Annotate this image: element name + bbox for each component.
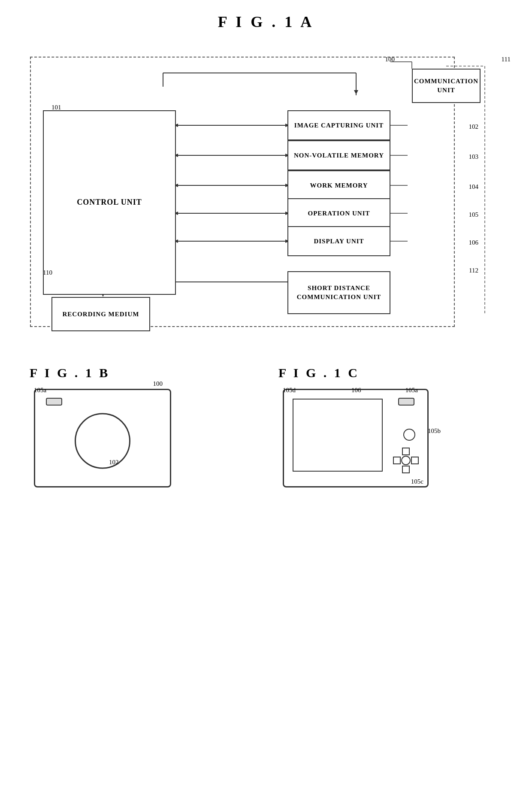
ref-100-label: 100	[385, 56, 395, 63]
dpad-up	[402, 448, 410, 455]
ref-112-label: 112	[469, 267, 478, 274]
work-memory-box: WORK MEMORY	[287, 170, 390, 200]
ref-102-1b: 102	[109, 459, 119, 466]
camera-body-1b	[34, 389, 171, 487]
camera-body-1c	[283, 389, 429, 487]
shutter-button-1c	[398, 398, 414, 406]
display-unit-box: DISPLAY UNIT	[287, 226, 390, 256]
ref-104-label: 104	[469, 183, 479, 191]
ref-105b-1c: 105b	[428, 427, 441, 435]
fig-1b-title: F I G . 1 B	[30, 366, 254, 380]
ref-105-label: 105	[469, 211, 479, 218]
fig-1c-title: F I G . 1 C	[278, 366, 502, 380]
dpad-left	[393, 457, 401, 464]
ref-105d-1c: 105d	[283, 387, 296, 394]
recording-medium-box: RECORDING MEDIUM	[51, 297, 150, 331]
control-unit-box: CONTROL UNIT	[43, 110, 176, 295]
ref-110-label: 110	[43, 269, 52, 276]
shutter-button-1b	[46, 398, 62, 406]
fig-1c-section: F I G . 1 C 105d 1	[278, 366, 502, 487]
ref-106-1c: 106	[351, 387, 361, 394]
short-distance-comm-box: SHORT DISTANCE COMMUNICATION UNIT	[287, 271, 390, 314]
ref-105a-1c: 105a	[405, 387, 418, 394]
dpad-center	[401, 456, 411, 465]
bottom-figures: F I G . 1 B 105a 100 102 F I G . 1 C	[17, 366, 515, 487]
fig-1a-diagram: 100 111 COMMUNICATION UNIT 101 CONTROL U…	[17, 39, 515, 340]
ref-105c-1c: 105c	[411, 478, 423, 485]
communication-unit-box: COMMUNICATION UNIT	[412, 69, 481, 103]
image-capturing-unit-box: IMAGE CAPTURING UNIT	[287, 110, 390, 140]
camera-lens-1b	[75, 413, 130, 469]
ref-103-label: 103	[469, 153, 479, 160]
ref-105a-1b: 105a	[34, 387, 46, 394]
ref-111-label: 111	[502, 56, 511, 63]
fig-1a-title: F I G . 1 A	[17, 13, 515, 31]
dpad-down	[402, 466, 410, 473]
ref-102-label: 102	[469, 123, 479, 130]
operation-unit-box: OPERATION UNIT	[287, 198, 390, 228]
ref-100-1b: 100	[153, 380, 163, 387]
camera-screen-1c	[293, 399, 383, 472]
fig-1b-section: F I G . 1 B 105a 100 102	[30, 366, 254, 487]
dpad-1c	[393, 448, 419, 473]
non-volatile-memory-box: NON-VOLATILE MEMORY	[287, 140, 390, 170]
mode-button-1c	[403, 429, 415, 441]
dpad-right	[411, 457, 419, 464]
ref-106-label: 106	[469, 239, 479, 246]
